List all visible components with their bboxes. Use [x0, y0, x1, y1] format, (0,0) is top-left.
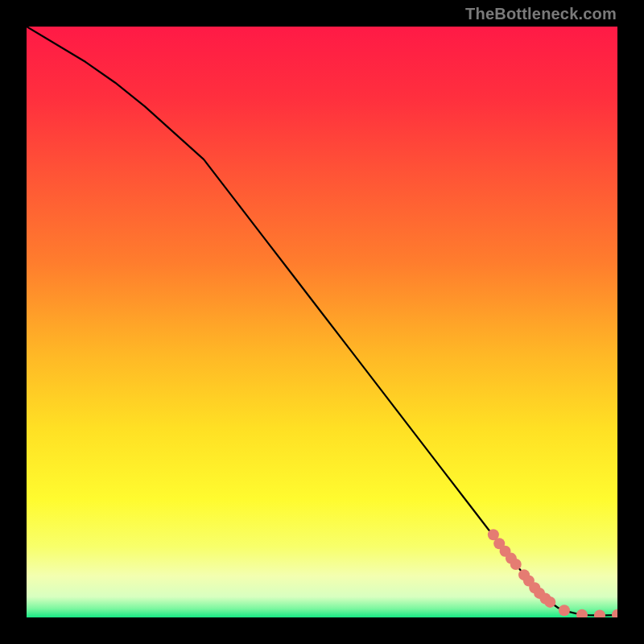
- chart-stage: TheBottleneck.com: [0, 0, 644, 644]
- data-point: [559, 605, 570, 616]
- data-point: [544, 597, 555, 608]
- plot-area: [27, 27, 617, 617]
- attribution-text: TheBottleneck.com: [465, 5, 617, 23]
- data-point: [510, 559, 522, 570]
- plot-svg: [27, 27, 617, 617]
- gradient-background: [27, 27, 617, 617]
